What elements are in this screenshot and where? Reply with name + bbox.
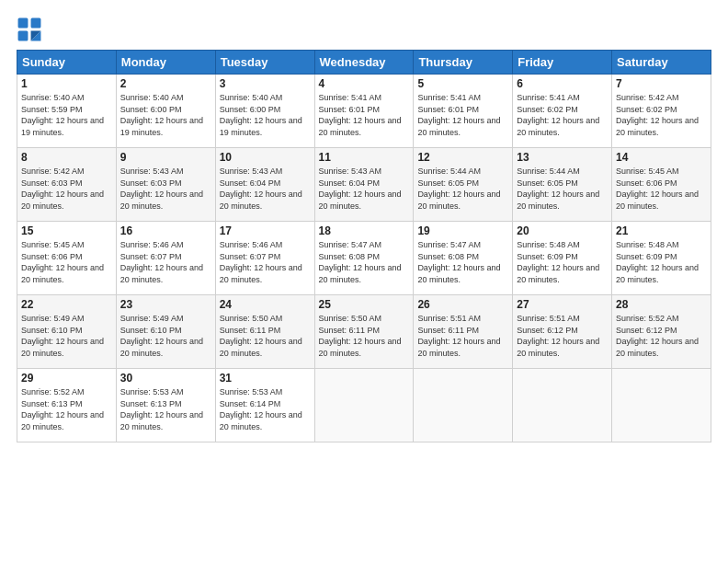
header-monday: Monday <box>116 51 215 75</box>
day-cell: 23Sunrise: 5:49 AM Sunset: 6:10 PM Dayli… <box>116 295 215 369</box>
day-info: Sunrise: 5:51 AM Sunset: 6:12 PM Dayligh… <box>517 313 608 359</box>
day-cell: 12Sunrise: 5:44 AM Sunset: 6:05 PM Dayli… <box>414 148 513 222</box>
header-sunday: Sunday <box>17 51 117 75</box>
day-cell: 28Sunrise: 5:52 AM Sunset: 6:12 PM Dayli… <box>612 295 711 369</box>
day-number: 16 <box>120 224 211 237</box>
day-number: 5 <box>417 77 508 90</box>
day-info: Sunrise: 5:52 AM Sunset: 6:12 PM Dayligh… <box>616 313 707 359</box>
day-cell: 2Sunrise: 5:40 AM Sunset: 6:00 PM Daylig… <box>116 75 215 148</box>
day-cell: 26Sunrise: 5:51 AM Sunset: 6:11 PM Dayli… <box>414 295 513 369</box>
day-number: 25 <box>319 298 410 311</box>
day-number: 27 <box>517 298 608 311</box>
day-number: 22 <box>21 298 112 311</box>
day-number: 1 <box>21 77 112 90</box>
day-number: 6 <box>517 77 608 90</box>
day-number: 14 <box>616 151 707 164</box>
day-info: Sunrise: 5:40 AM Sunset: 5:59 PM Dayligh… <box>21 92 112 138</box>
day-cell: 30Sunrise: 5:53 AM Sunset: 6:13 PM Dayli… <box>116 369 215 442</box>
day-cell: 10Sunrise: 5:43 AM Sunset: 6:04 PM Dayli… <box>215 148 314 222</box>
day-cell: 24Sunrise: 5:50 AM Sunset: 6:11 PM Dayli… <box>215 295 314 369</box>
calendar-table: SundayMondayTuesdayWednesdayThursdayFrid… <box>17 50 711 442</box>
day-info: Sunrise: 5:45 AM Sunset: 6:06 PM Dayligh… <box>21 239 112 285</box>
day-number: 13 <box>517 151 608 164</box>
day-number: 10 <box>220 151 311 164</box>
day-info: Sunrise: 5:49 AM Sunset: 6:10 PM Dayligh… <box>120 313 211 359</box>
day-info: Sunrise: 5:52 AM Sunset: 6:13 PM Dayligh… <box>21 386 112 432</box>
day-number: 8 <box>21 151 112 164</box>
day-info: Sunrise: 5:43 AM Sunset: 6:04 PM Dayligh… <box>319 166 410 212</box>
day-cell: 17Sunrise: 5:46 AM Sunset: 6:07 PM Dayli… <box>215 222 314 295</box>
week-row-3: 15Sunrise: 5:45 AM Sunset: 6:06 PM Dayli… <box>17 222 711 295</box>
day-info: Sunrise: 5:47 AM Sunset: 6:08 PM Dayligh… <box>417 239 508 285</box>
day-cell: 31Sunrise: 5:53 AM Sunset: 6:14 PM Dayli… <box>215 369 314 442</box>
day-info: Sunrise: 5:50 AM Sunset: 6:11 PM Dayligh… <box>220 313 311 359</box>
day-number: 15 <box>21 224 112 237</box>
day-cell <box>612 369 711 442</box>
day-info: Sunrise: 5:50 AM Sunset: 6:11 PM Dayligh… <box>319 313 410 359</box>
logo <box>17 17 46 42</box>
day-cell: 14Sunrise: 5:45 AM Sunset: 6:06 PM Dayli… <box>612 148 711 222</box>
day-info: Sunrise: 5:49 AM Sunset: 6:10 PM Dayligh… <box>21 313 112 359</box>
day-number: 2 <box>120 77 211 90</box>
day-info: Sunrise: 5:40 AM Sunset: 6:00 PM Dayligh… <box>120 92 211 138</box>
day-info: Sunrise: 5:40 AM Sunset: 6:00 PM Dayligh… <box>220 92 311 138</box>
week-row-4: 22Sunrise: 5:49 AM Sunset: 6:10 PM Dayli… <box>17 295 711 369</box>
day-number: 21 <box>616 224 707 237</box>
day-cell: 3Sunrise: 5:40 AM Sunset: 6:00 PM Daylig… <box>215 75 314 148</box>
day-cell: 7Sunrise: 5:42 AM Sunset: 6:02 PM Daylig… <box>612 75 711 148</box>
day-info: Sunrise: 5:45 AM Sunset: 6:06 PM Dayligh… <box>616 166 707 212</box>
day-info: Sunrise: 5:41 AM Sunset: 6:01 PM Dayligh… <box>319 92 410 138</box>
header-saturday: Saturday <box>612 51 711 75</box>
day-number: 19 <box>417 224 508 237</box>
day-cell: 18Sunrise: 5:47 AM Sunset: 6:08 PM Dayli… <box>314 222 414 295</box>
day-cell: 13Sunrise: 5:44 AM Sunset: 6:05 PM Dayli… <box>513 148 612 222</box>
calendar-page: SundayMondayTuesdayWednesdayThursdayFrid… <box>0 0 728 563</box>
day-info: Sunrise: 5:47 AM Sunset: 6:08 PM Dayligh… <box>319 239 410 285</box>
day-cell: 1Sunrise: 5:40 AM Sunset: 5:59 PM Daylig… <box>17 75 117 148</box>
day-info: Sunrise: 5:51 AM Sunset: 6:11 PM Dayligh… <box>417 313 508 359</box>
page-header <box>17 17 711 42</box>
day-number: 24 <box>220 298 311 311</box>
day-number: 7 <box>616 77 707 90</box>
day-info: Sunrise: 5:44 AM Sunset: 6:05 PM Dayligh… <box>417 166 508 212</box>
logo-icon <box>17 17 42 42</box>
day-cell: 21Sunrise: 5:48 AM Sunset: 6:09 PM Dayli… <box>612 222 711 295</box>
day-cell <box>414 369 513 442</box>
day-cell: 22Sunrise: 5:49 AM Sunset: 6:10 PM Dayli… <box>17 295 117 369</box>
day-info: Sunrise: 5:46 AM Sunset: 6:07 PM Dayligh… <box>220 239 311 285</box>
day-cell <box>513 369 612 442</box>
day-number: 9 <box>120 151 211 164</box>
day-cell: 27Sunrise: 5:51 AM Sunset: 6:12 PM Dayli… <box>513 295 612 369</box>
day-cell: 8Sunrise: 5:42 AM Sunset: 6:03 PM Daylig… <box>17 148 117 222</box>
header-thursday: Thursday <box>414 51 513 75</box>
header-friday: Friday <box>513 51 612 75</box>
day-info: Sunrise: 5:42 AM Sunset: 6:03 PM Dayligh… <box>21 166 112 212</box>
day-number: 30 <box>120 372 211 385</box>
day-cell: 15Sunrise: 5:45 AM Sunset: 6:06 PM Dayli… <box>17 222 117 295</box>
week-row-2: 8Sunrise: 5:42 AM Sunset: 6:03 PM Daylig… <box>17 148 711 222</box>
day-number: 26 <box>417 298 508 311</box>
day-cell: 19Sunrise: 5:47 AM Sunset: 6:08 PM Dayli… <box>414 222 513 295</box>
day-info: Sunrise: 5:48 AM Sunset: 6:09 PM Dayligh… <box>517 239 608 285</box>
week-row-5: 29Sunrise: 5:52 AM Sunset: 6:13 PM Dayli… <box>17 369 711 442</box>
day-number: 3 <box>220 77 311 90</box>
day-number: 18 <box>319 224 410 237</box>
day-cell: 6Sunrise: 5:41 AM Sunset: 6:02 PM Daylig… <box>513 75 612 148</box>
calendar-header: SundayMondayTuesdayWednesdayThursdayFrid… <box>17 51 711 75</box>
day-info: Sunrise: 5:43 AM Sunset: 6:03 PM Dayligh… <box>120 166 211 212</box>
day-number: 23 <box>120 298 211 311</box>
day-info: Sunrise: 5:53 AM Sunset: 6:14 PM Dayligh… <box>220 386 311 432</box>
day-info: Sunrise: 5:53 AM Sunset: 6:13 PM Dayligh… <box>120 386 211 432</box>
week-row-1: 1Sunrise: 5:40 AM Sunset: 5:59 PM Daylig… <box>17 75 711 148</box>
day-number: 29 <box>21 372 112 385</box>
header-wednesday: Wednesday <box>314 51 414 75</box>
day-info: Sunrise: 5:42 AM Sunset: 6:02 PM Dayligh… <box>616 92 707 138</box>
day-cell: 9Sunrise: 5:43 AM Sunset: 6:03 PM Daylig… <box>116 148 215 222</box>
day-number: 12 <box>417 151 508 164</box>
day-cell: 29Sunrise: 5:52 AM Sunset: 6:13 PM Dayli… <box>17 369 117 442</box>
day-number: 31 <box>220 372 311 385</box>
header-tuesday: Tuesday <box>215 51 314 75</box>
svg-rect-0 <box>18 18 28 29</box>
day-number: 17 <box>220 224 311 237</box>
day-cell: 16Sunrise: 5:46 AM Sunset: 6:07 PM Dayli… <box>116 222 215 295</box>
